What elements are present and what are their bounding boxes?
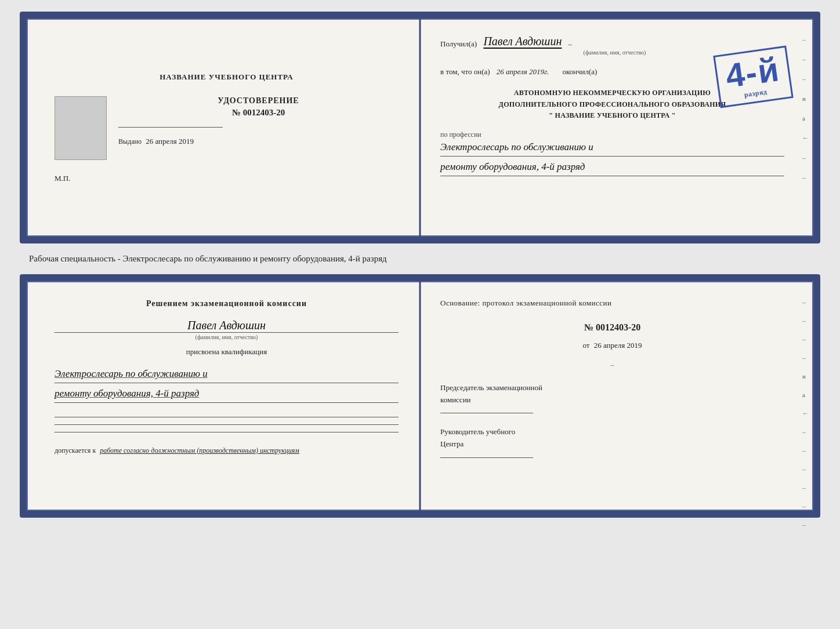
udostoverenie-block: УДОСТОВЕРЕНИЕ № 0012403-20 <box>118 96 399 118</box>
top-document-card: НАЗВАНИЕ УЧЕБНОГО ЦЕНТРА УДОСТОВЕРЕНИЕ №… <box>20 12 820 243</box>
bottom-right-page: Основание: протокол экзаменационной коми… <box>419 281 813 511</box>
extra-lines <box>55 416 399 434</box>
top-left-page: НАЗВАНИЕ УЧЕБНОГО ЦЕНТРА УДОСТОВЕРЕНИЕ №… <box>27 19 419 237</box>
predsedatel-line1: Председатель экзаменационной <box>440 382 784 394</box>
bottom-right-edge-marks: – – – – и а ← – – – – – – <box>802 299 809 528</box>
predsedatel-line2: комиссии <box>440 394 784 406</box>
resheniem-title: Решением экзаменационной комиссии <box>55 297 399 310</box>
b-dash4: – <box>802 354 809 361</box>
between-label-text: Рабочая специальность - Электрослесарь п… <box>29 254 387 263</box>
ot-prefix: от <box>582 341 589 350</box>
dash8: – <box>802 174 809 181</box>
name-subtitle: (фамилия, имя, отчество) <box>445 49 784 56</box>
top-right-page: 4-й разряд Получил(a) Павел Авдюшин – (ф… <box>419 19 813 237</box>
protokol-number: № 0012403-20 <box>440 322 784 333</box>
dash7: – <box>802 154 809 161</box>
bottom-person-subtitle: (фамилия, имя, отчество) <box>55 332 399 340</box>
predsedatel-signature <box>440 413 533 413</box>
dash1: – <box>802 36 809 43</box>
b-dash11: – <box>802 484 809 491</box>
okonchil-label: окончил(а) <box>562 67 597 76</box>
rukovoditel-line2: Центра <box>440 438 784 450</box>
kvalifikaciya-block: Электрослесарь по обслуживанию и ремонту… <box>55 366 399 403</box>
vtom-date: 26 апреля 2019г. <box>497 67 549 76</box>
dash6: ← <box>802 134 809 141</box>
vydano-label: Выдано <box>118 137 142 146</box>
rukovoditel-block: Руководитель учебного Центра <box>440 426 784 458</box>
b-dash10: – <box>802 466 809 472</box>
vydano-block: Выдано 26 апреля 2019 <box>118 137 399 146</box>
photo-placeholder <box>55 96 107 160</box>
poluchil-block: Получил(a) Павел Авдюшин – (фамилия, имя… <box>440 36 784 56</box>
right-edge-marks: – – – и а ← – – <box>802 36 809 181</box>
udostoverenie-number: № 0012403-20 <box>118 108 399 118</box>
b-dash1: – <box>802 299 809 306</box>
top-left-content: НАЗВАНИЕ УЧЕБНОГО ЦЕНТРА УДОСТОВЕРЕНИЕ №… <box>55 36 399 219</box>
kvalifikaciya-line1: Электрослесарь по обслуживанию и <box>55 366 399 383</box>
mp-block: М.П. <box>55 174 399 183</box>
kvalifikaciya-line2: ремонту оборудования, 4-й разряд <box>55 386 399 403</box>
vtom-prefix: в том, что он(а) <box>440 67 490 76</box>
dopuskaetsya-value: работе согласно должностным (производств… <box>100 446 299 455</box>
b-dash8: – <box>802 428 809 435</box>
dopuskaetsya-prefix: допускается к <box>55 446 96 455</box>
b-dash12: – <box>802 503 809 510</box>
udostoverenie-label: УДОСТОВЕРЕНИЕ <box>118 96 399 106</box>
b-dash7: ← <box>802 410 809 417</box>
predsedatel-block: Председатель экзаменационной комиссии <box>440 382 784 414</box>
dash-top: – <box>440 361 784 369</box>
professiya-value-line2: ремонту оборудования, 4-й разряд <box>440 159 784 176</box>
ot-date-block: от 26 апреля 2019 <box>440 341 784 350</box>
b-dash6: а <box>802 391 809 398</box>
rukovoditel-signature <box>440 457 533 458</box>
bottom-person-name: Павел Авдюшин <box>55 319 399 332</box>
bottom-document-card: Решением экзаменационной комиссии Павел … <box>20 274 820 518</box>
professiya-value-line1: Электрослесарь по обслуживанию и <box>440 139 784 157</box>
po-professii-label: по профессии <box>440 130 784 139</box>
training-center-title: НАЗВАНИЕ УЧЕБНОГО ЦЕНТРА <box>160 72 294 82</box>
recipient-name: Павел Авдюшин <box>483 35 562 48</box>
b-dash2: – <box>802 317 809 324</box>
dash5: а <box>802 115 809 122</box>
dash3: – <box>802 75 809 82</box>
dash4: и <box>802 95 809 102</box>
dopuskaetsya-block: допускается к работе согласно должностны… <box>55 445 399 456</box>
dash2: – <box>802 56 809 63</box>
b-dash5: и <box>802 373 809 380</box>
prisvoena-label: присвоена квалификация <box>55 347 399 357</box>
b-dash9: – <box>802 447 809 454</box>
between-label: Рабочая специальность - Электрослесарь п… <box>12 253 387 265</box>
mp-label: М.П. <box>55 174 70 183</box>
osnovanie-title: Основание: протокол экзаменационной коми… <box>440 297 784 310</box>
b-dash3: – <box>802 336 809 343</box>
org-name: " НАЗВАНИЕ УЧЕБНОГО ЦЕНТРА " <box>440 110 784 121</box>
b-dash13: – <box>802 521 809 528</box>
stamp-number: 4-й <box>723 52 781 93</box>
bottom-left-page: Решением экзаменационной комиссии Павел … <box>27 281 419 511</box>
professiya-block: по профессии Электрослесарь по обслужива… <box>440 130 784 176</box>
poluchil-prefix: Получил(a) <box>440 39 477 48</box>
vydano-date: 26 апреля 2019 <box>146 137 194 146</box>
ot-date-value: 26 апреля 2019 <box>594 341 642 350</box>
rukovoditel-line1: Руководитель учебного <box>440 426 784 438</box>
